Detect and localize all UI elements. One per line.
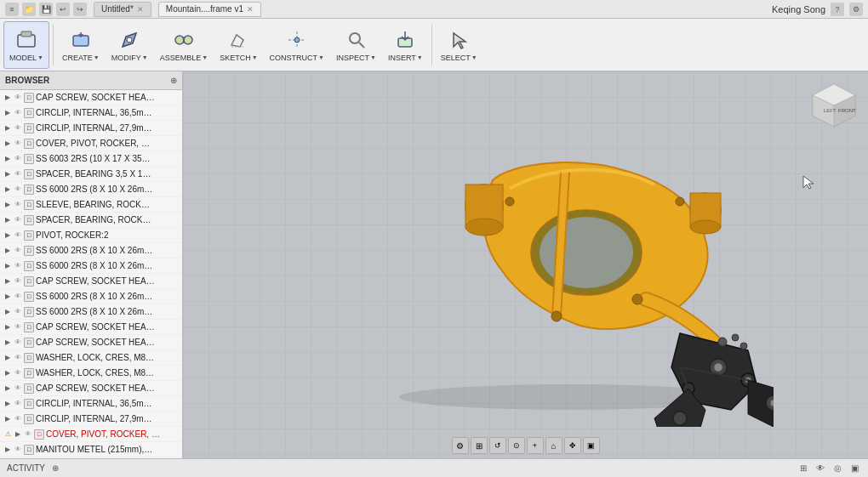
browser-item-expand[interactable]: ▶ bbox=[3, 124, 12, 133]
bottom-camera-icon[interactable]: ◎ bbox=[831, 462, 844, 475]
browser-item[interactable]: ▶👁□PIVOT, ROCKER:2 bbox=[0, 228, 182, 243]
browser-item-visibility[interactable]: 👁 bbox=[14, 185, 22, 194]
browser-item-expand[interactable]: ▶ bbox=[3, 369, 12, 378]
browser-item-visibility[interactable]: 👁 bbox=[14, 400, 22, 408]
app-menu-icon[interactable]: ≡ bbox=[5, 3, 19, 16]
browser-item-visibility[interactable]: 👁 bbox=[24, 430, 32, 439]
browser-item-expand[interactable]: ▶ bbox=[3, 109, 12, 117]
browser-item-expand[interactable]: ▶ bbox=[3, 201, 12, 209]
browser-item[interactable]: ▶👁□SLEEVE, BEARING, ROCKER, FW... bbox=[0, 197, 182, 213]
browser-item-visibility[interactable]: 👁 bbox=[14, 369, 22, 378]
browser-item-visibility[interactable]: 👁 bbox=[14, 262, 22, 270]
browser-item-expand[interactable]: ▶ bbox=[3, 94, 12, 102]
tab-mountain-frame[interactable]: Mountain....frame v1 ✕ bbox=[158, 2, 261, 17]
browser-item[interactable]: ▶👁□ROCKER:1 bbox=[0, 457, 182, 458]
browser-item[interactable]: ▶👁□CIRCLIP, INTERNAL, 36,5mm OI... bbox=[0, 105, 182, 121]
browser-item-visibility[interactable]: 👁 bbox=[14, 354, 22, 362]
browser-item[interactable]: ▶👁□CAP SCREW, SOCKET HEAD, FLA... bbox=[0, 335, 182, 350]
browser-item-visibility[interactable]: 👁 bbox=[14, 231, 22, 240]
browser-item[interactable]: ▶👁□CIRCLIP, INTERNAL, 27,9mm OI... bbox=[0, 412, 182, 427]
browser-item-expand[interactable]: ▶ bbox=[3, 354, 12, 362]
browser-item-expand[interactable]: ▶ bbox=[3, 262, 12, 270]
browser-item[interactable]: ▶👁□CIRCLIP, INTERNAL, 27,9mm OI... bbox=[0, 121, 182, 136]
browser-item-expand[interactable]: ▶ bbox=[3, 216, 12, 224]
toolbar-model[interactable]: MODEL ▼ bbox=[3, 21, 49, 69]
toolbar-inspect[interactable]: INSPECT ▼ bbox=[331, 21, 381, 69]
tab-mountain-frame-close[interactable]: ✕ bbox=[247, 5, 254, 14]
toolbar-construct[interactable]: CONSTRUCT ▼ bbox=[265, 21, 329, 69]
view-cube[interactable]: LEFT FRONT bbox=[808, 80, 859, 131]
browser-item-expand[interactable]: ▶ bbox=[3, 415, 12, 423]
browser-item[interactable]: ▶👁□SS 6000 2RS (8 X 10 X 26mm):6 bbox=[0, 304, 182, 320]
browser-item[interactable]: ▶👁□MANITOU METEL (215mm), 6 W... bbox=[0, 442, 182, 457]
browser-item-visibility[interactable]: 👁 bbox=[14, 139, 22, 148]
view-orbit-icon[interactable]: ↺ bbox=[489, 437, 506, 454]
browser-item[interactable]: ▶👁□WASHER, LOCK, CRES, M8, 12,7... bbox=[0, 350, 182, 366]
zoom-in-icon[interactable]: + bbox=[527, 437, 544, 454]
browser-item[interactable]: ▶👁□CAP SCREW, SOCKET HEAD, CRI... bbox=[0, 90, 182, 105]
browser-item-expand[interactable]: ▶ bbox=[3, 185, 12, 194]
browser-item-visibility[interactable]: 👁 bbox=[14, 170, 22, 179]
tab-untitled-close[interactable]: ✕ bbox=[137, 5, 144, 14]
browser-item-visibility[interactable]: 👁 bbox=[14, 109, 22, 117]
browser-item-expand[interactable]: ▶ bbox=[3, 231, 12, 240]
browser-item-visibility[interactable]: 👁 bbox=[14, 292, 22, 301]
browser-item-visibility[interactable]: 👁 bbox=[14, 247, 22, 255]
browser-item-expand[interactable]: ▶ bbox=[3, 277, 12, 286]
browser-item[interactable]: ▶👁□SPACER, BEARING, ROCKER, MI... bbox=[0, 213, 182, 228]
browser-item-visibility[interactable]: 👁 bbox=[14, 338, 22, 347]
browser-list[interactable]: ▶👁□CAP SCREW, SOCKET HEAD, CRI...▶👁□CIRC… bbox=[0, 90, 182, 458]
view-home-icon[interactable]: ⌂ bbox=[545, 437, 562, 454]
bottom-eye-icon[interactable]: 👁 bbox=[814, 462, 827, 475]
toolbar-modify[interactable]: MODIFY ▼ bbox=[106, 21, 153, 69]
browser-item[interactable]: ▶👁□SS 6000 2RS (8 X 10 X 26mm):3 bbox=[0, 243, 182, 258]
toolbar-create[interactable]: CREATE ▼ bbox=[57, 21, 105, 69]
redo-icon[interactable]: ↪ bbox=[73, 3, 87, 16]
browser-item[interactable]: ▶👁□SS 6000 2RS (8 X 10 X 26mm):4 bbox=[0, 258, 182, 274]
help-icon[interactable]: ? bbox=[831, 3, 844, 16]
save-icon[interactable]: 💾 bbox=[39, 3, 53, 16]
quick-access-icon[interactable]: 📁 bbox=[22, 3, 36, 16]
browser-item-visibility[interactable]: 👁 bbox=[14, 384, 22, 393]
browser-item-expand[interactable]: ▶ bbox=[3, 323, 12, 332]
tab-untitled[interactable]: Untitled* ✕ bbox=[94, 2, 151, 17]
toolbar-insert[interactable]: INSERT ▼ bbox=[383, 21, 428, 69]
browser-item-visibility[interactable]: 👁 bbox=[14, 323, 22, 332]
browser-item-expand[interactable]: ▶ bbox=[3, 170, 12, 179]
viewport-nav-icons[interactable]: ⚙ ⊞ ↺ ⊙ + ⌂ ✥ ▣ bbox=[452, 437, 600, 454]
browser-item-expand[interactable]: ▶ bbox=[3, 400, 12, 408]
browser-item-expand[interactable]: ▶ bbox=[3, 292, 12, 301]
browser-item[interactable]: ⚠▶👁□COVER, PIVOT, ROCKER, M27,9... bbox=[0, 427, 182, 442]
browser-item-expand[interactable]: ▶ bbox=[14, 430, 22, 439]
bottom-section-icon[interactable]: ▣ bbox=[848, 462, 861, 475]
browser-item[interactable]: ▶👁□SS 6003 2RS (10 X 17 X 35mm)... bbox=[0, 151, 182, 167]
browser-item-visibility[interactable]: 👁 bbox=[14, 216, 22, 224]
browser-item-visibility[interactable]: 👁 bbox=[14, 201, 22, 209]
browser-item-expand[interactable]: ▶ bbox=[3, 384, 12, 393]
browser-item-expand[interactable]: ▶ bbox=[3, 446, 12, 454]
view-settings-icon[interactable]: ⚙ bbox=[452, 437, 469, 454]
browser-item[interactable]: ▶👁□SS 6000 2RS (8 X 10 X 26mm):2 bbox=[0, 182, 182, 197]
browser-item[interactable]: ▶👁□CIRCLIP, INTERNAL, 36,5mm OI... bbox=[0, 396, 182, 412]
browser-item-expand[interactable]: ▶ bbox=[3, 247, 12, 255]
settings-icon[interactable]: ⚙ bbox=[849, 3, 863, 16]
undo-icon[interactable]: ↩ bbox=[56, 3, 70, 16]
browser-item[interactable]: ▶👁□WASHER, LOCK, CRES, M8, 12,7... bbox=[0, 366, 182, 381]
browser-item-visibility[interactable]: 👁 bbox=[14, 446, 22, 454]
browser-item-expand[interactable]: ▶ bbox=[3, 139, 12, 148]
browser-item-visibility[interactable]: 👁 bbox=[14, 415, 22, 423]
browser-item-visibility[interactable]: 👁 bbox=[14, 124, 22, 133]
activity-expand-icon[interactable]: ⊕ bbox=[49, 462, 62, 475]
browser-item-visibility[interactable]: 👁 bbox=[14, 277, 22, 286]
browser-item[interactable]: ▶👁□CAP SCREW, SOCKET HEAD, FLA... bbox=[0, 274, 182, 289]
view-pan-icon[interactable]: ✥ bbox=[564, 437, 581, 454]
view-grid-icon[interactable]: ⊞ bbox=[471, 437, 488, 454]
browser-item-visibility[interactable]: 👁 bbox=[14, 94, 22, 102]
browser-item[interactable]: ▶👁□CAP SCREW, SOCKET HEAD, CRI... bbox=[0, 381, 182, 396]
toolbar-sketch[interactable]: SKETCH ▼ bbox=[214, 21, 262, 69]
browser-item[interactable]: ▶👁□CAP SCREW, SOCKET HEAD, FLA... bbox=[0, 320, 182, 335]
browser-expand-icon[interactable]: ⊕ bbox=[170, 76, 177, 85]
browser-item[interactable]: ▶👁□SPACER, BEARING 3,5 X 17 X 3C... bbox=[0, 167, 182, 182]
toolbar-assemble[interactable]: ASSEMBLE ▼ bbox=[155, 21, 213, 69]
browser-item-visibility[interactable]: 👁 bbox=[14, 308, 22, 316]
